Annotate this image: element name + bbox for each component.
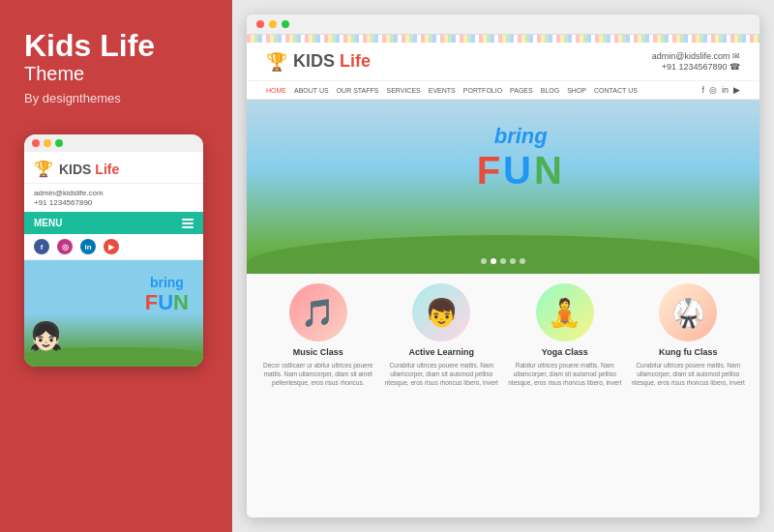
mobile-email: admin@kidslife.com (34, 189, 194, 197)
desktop-browser: 🏆 KIDS Life admin@kidslife.com ✉ +91 123… (247, 15, 759, 517)
hero-grass (247, 235, 759, 274)
kungfu-class-name: Kung fu Class (632, 347, 746, 357)
desktop-logo-text: KIDS Life (293, 51, 371, 72)
desktop-kids-text: KIDS (293, 51, 335, 71)
hero-dot-3 (500, 258, 506, 264)
mobile-kids-image: 👧🏻 (29, 320, 63, 352)
desktop-email: admin@kidslife.com ✉ (652, 51, 740, 61)
browser-dot-yellow (269, 20, 277, 28)
hamburger-line (182, 226, 194, 228)
mobile-hero: bring FUN 👧🏻 (24, 260, 203, 367)
yoga-class-card: 🧘 Yoga Class Rabitur ultrices pouere mat… (508, 283, 622, 387)
mobile-nav-bar: 🏆 KIDS Life (24, 152, 203, 184)
life-text: Life (95, 162, 119, 177)
learning-class-desc: Curabitur ultrices pouere mattis. Nam ul… (385, 361, 499, 387)
desktop-header: 🏆 KIDS Life admin@kidslife.com ✉ +91 123… (247, 35, 759, 100)
classes-section: 🎵 Music Class Decor ostlicaer ur abitur … (247, 274, 759, 517)
dot-red (32, 139, 40, 147)
mobile-logo: KIDS Life (59, 162, 119, 177)
fun-letter-u: U (503, 149, 534, 192)
mobile-social-icons: f ◎ in ▶ (24, 234, 203, 260)
mobile-hero-text: bring FUN (145, 275, 189, 315)
mobile-bring-text: bring (145, 275, 189, 290)
desktop-youtube-icon[interactable]: ▶ (733, 85, 740, 95)
desktop-life-text: Life (340, 51, 371, 71)
fun-text: FUN (477, 149, 565, 192)
hamburger-line (182, 222, 194, 224)
nav-pages[interactable]: PAGES (510, 87, 533, 94)
nav-contact[interactable]: CONTACT US (594, 87, 638, 94)
header-top: 🏆 KIDS Life admin@kidslife.com ✉ +91 123… (247, 43, 759, 81)
classes-grid: 🎵 Music Class Decor ostlicaer ur abitur … (261, 283, 745, 387)
theme-subtitle: Theme (24, 63, 84, 85)
dot-green (55, 139, 63, 147)
hero-dots (481, 258, 525, 264)
instagram-icon[interactable]: ◎ (57, 239, 73, 254)
nav-staffs[interactable]: OUR STAFFS (337, 87, 379, 94)
hero-text: bring FUN (477, 124, 565, 192)
nav-home[interactable]: HOME (266, 87, 286, 94)
desktop-nav: HOME ABOUT US OUR STAFFS SERVICES EVENTS… (247, 81, 759, 99)
kungfu-class-desc: Curabitur ultrices pouere mattis. Nam ul… (632, 361, 746, 387)
browser-dot-red (256, 20, 264, 28)
nav-shop[interactable]: SHOP (567, 87, 586, 94)
mobile-phone: +91 1234567890 (34, 198, 194, 207)
kids-text: KIDS (59, 162, 91, 177)
fun-u: U (158, 290, 173, 314)
nav-events[interactable]: EVENTS (429, 87, 456, 94)
mobile-menu-bar[interactable]: MENU (24, 212, 203, 234)
yoga-class-avatar: 🧘 (536, 283, 594, 341)
bring-text: bring (477, 124, 565, 149)
hero-dot-2 (491, 258, 496, 264)
nav-links: HOME ABOUT US OUR STAFFS SERVICES EVENTS… (266, 87, 638, 94)
nav-services[interactable]: SERVICES (386, 87, 420, 94)
dots-pattern (247, 35, 759, 43)
by-author: By designthemes (24, 91, 121, 105)
browser-chrome (247, 15, 759, 35)
music-class-name: Music Class (261, 347, 375, 357)
fun-f: F (145, 290, 158, 314)
desktop-facebook-icon[interactable]: f (701, 85, 704, 95)
hero-dot-4 (510, 258, 516, 264)
hamburger-line (182, 219, 194, 221)
desktop-instagram-icon[interactable]: ◎ (709, 85, 717, 95)
mobile-contact: admin@kidslife.com +91 1234567890 (24, 184, 203, 212)
facebook-icon[interactable]: f (34, 239, 49, 254)
music-class-avatar: 🎵 (289, 283, 347, 341)
fun-n: N (173, 290, 189, 314)
desktop-logo: 🏆 KIDS Life (266, 51, 371, 73)
nav-blog[interactable]: BLOG (541, 87, 559, 94)
kungfu-class-avatar: 🥋 (659, 283, 717, 341)
hamburger-icon[interactable] (182, 219, 194, 228)
dot-yellow (44, 139, 51, 147)
browser-dot-green (282, 20, 289, 28)
theme-title: Kids Life (24, 29, 155, 63)
yoga-class-desc: Rabitur ultrices pouere mattis. Nam ulla… (508, 361, 622, 387)
browser-dots (24, 134, 203, 152)
learning-class-card: 👦 Active Learning Curabitur ultrices pou… (385, 283, 499, 387)
youtube-icon[interactable]: ▶ (104, 239, 119, 254)
fun-letter-n: N (534, 149, 565, 192)
left-panel: Kids Life Theme By designthemes 🏆 KIDS L… (0, 0, 232, 532)
desktop-contact: admin@kidslife.com ✉ +91 1234567890 ☎ (652, 50, 740, 73)
desktop-phone: +91 1234567890 ☎ (652, 62, 740, 72)
learning-class-avatar: 👦 (412, 283, 470, 341)
learning-class-name: Active Learning (385, 347, 499, 357)
desktop-hero: bring FUN (247, 100, 759, 274)
desktop-trophy-icon: 🏆 (266, 51, 287, 73)
yoga-class-name: Yoga Class (508, 347, 622, 357)
hero-dot-5 (520, 258, 525, 264)
nav-portfolio[interactable]: PORTFOLIO (463, 87, 502, 94)
hero-dot-1 (481, 258, 487, 264)
music-class-desc: Decor ostlicaer ur abitur ultrices pouer… (261, 361, 375, 387)
mobile-preview: 🏆 KIDS Life admin@kidslife.com +91 12345… (24, 134, 203, 367)
kungfu-class-card: 🥋 Kung fu Class Curabitur ultrices pouer… (632, 283, 746, 387)
nav-aboutus[interactable]: ABOUT US (294, 87, 329, 94)
music-class-card: 🎵 Music Class Decor ostlicaer ur abitur … (261, 283, 375, 387)
desktop-linkedin-icon[interactable]: in (722, 85, 729, 95)
trophy-icon: 🏆 (34, 160, 53, 178)
desktop-social-icons: f ◎ in ▶ (701, 85, 740, 95)
fun-letter-f: F (477, 149, 503, 192)
right-panel: 🏆 KIDS Life admin@kidslife.com ✉ +91 123… (232, 0, 774, 532)
linkedin-icon[interactable]: in (80, 239, 96, 254)
